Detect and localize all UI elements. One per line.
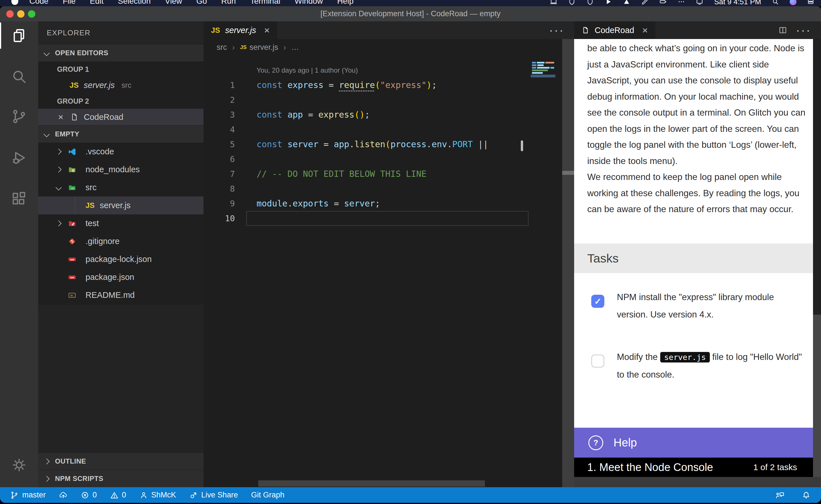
code-line-7[interactable]: 7// -- DO NOT EDIT BELOW THIS LINE	[203, 167, 530, 181]
line-number: 1	[203, 78, 246, 93]
tree-item-readme-md[interactable]: M↓README.md	[38, 286, 203, 304]
activity-item-explorer[interactable]	[0, 21, 38, 50]
statusbar-item-git-graph[interactable]: Git Graph	[251, 491, 285, 499]
statusbar-item-0[interactable]: 0	[81, 491, 97, 499]
menu-item-terminal[interactable]: Terminal	[243, 0, 287, 6]
open-editor-item-coderoad[interactable]: ×CodeRoad	[38, 109, 203, 125]
code-text: // -- DO NOT EDIT BELOW THIS LINE	[257, 169, 426, 179]
menu-item-window[interactable]: Window	[287, 0, 330, 6]
zoom-window-button[interactable]	[28, 10, 35, 18]
split-editor-icon[interactable]	[778, 26, 787, 35]
activity-item-source-control[interactable]	[0, 102, 38, 131]
scrollbar-thumb[interactable]	[562, 171, 574, 175]
lesson-progress-bar[interactable]: 1. Meet the Node Console 1 of 2 tasks	[574, 458, 813, 477]
menubar-clock[interactable]: Sat 9 4:51 PM	[714, 0, 761, 6]
code-token: server	[287, 139, 318, 149]
activity-item-extensions[interactable]	[0, 185, 38, 213]
menu-item-edit[interactable]: Edit	[83, 0, 111, 6]
editor-more-actions-button[interactable]: ···	[549, 21, 574, 39]
panel-divider-scrollbar[interactable]	[562, 39, 574, 487]
tree-item-server-js[interactable]: JSserver.js	[38, 196, 203, 214]
tree-item-src[interactable]: </>src	[38, 179, 203, 196]
file-tree: .vscodeJSnode_modules</>srcJSserver.jste…	[38, 143, 203, 305]
open-editor-item-server-js[interactable]: JSserver.jssrc	[38, 77, 203, 93]
minimap-token	[545, 62, 554, 63]
minimap[interactable]	[530, 39, 556, 466]
tree-item--vscode[interactable]: .vscode	[38, 143, 203, 161]
tree-item-package-lock-json[interactable]: npmpackage-lock.json	[38, 250, 203, 268]
open-editors-header[interactable]: OPEN EDITORS	[38, 44, 203, 62]
code-line-8[interactable]: 8	[203, 181, 530, 196]
statusbar-item-0[interactable]: 0	[110, 491, 126, 499]
code-token: express	[318, 110, 354, 120]
breadcrumb-item-more[interactable]: …	[291, 43, 299, 52]
close-tab-icon[interactable]: ×	[264, 25, 270, 35]
activity-item-search[interactable]	[0, 62, 38, 91]
section-header-outline[interactable]: OUTLINE	[38, 452, 203, 470]
svg-text:npm: npm	[70, 276, 74, 279]
menu-item-run[interactable]: Run	[214, 0, 243, 6]
menu-item-view[interactable]: View	[158, 0, 189, 6]
menu-item-selection[interactable]: Selection	[111, 0, 158, 6]
code-text: module.exports = server;	[257, 198, 380, 208]
breadcrumb-item-src[interactable]: src	[217, 43, 227, 52]
code-line-5[interactable]: 5const server = app.listen(process.env.P…	[203, 137, 530, 152]
close-tab-icon[interactable]: ×	[642, 25, 648, 35]
tree-item--gitignore[interactable]: .gitignore	[38, 232, 203, 250]
more-actions-icon[interactable]: ···	[796, 23, 811, 37]
tree-item-package-json[interactable]: npmpackage.json	[38, 268, 203, 286]
statusbar-item-cloud-upload[interactable]	[59, 491, 68, 499]
code-line-1[interactable]: 1const express = require("express");	[203, 78, 530, 93]
workspace-folder-header[interactable]: EMPTY	[38, 125, 203, 143]
code-line-9[interactable]: 9module.exports = server;	[203, 196, 530, 211]
menu-item-file[interactable]: File	[56, 0, 83, 6]
horizontal-scrollbar-thumb[interactable]	[258, 480, 485, 487]
codelens-annotation[interactable]: You, 20 days ago | 1 author (You)	[257, 66, 358, 74]
traffic-lights	[6, 10, 35, 18]
task-checkbox-checked[interactable]: ✓	[591, 295, 604, 308]
statusbar-item-shmck[interactable]: ShMcK	[139, 491, 176, 499]
close-window-button[interactable]	[6, 10, 14, 18]
code-token: =	[303, 110, 318, 120]
code-line-2[interactable]: 2	[203, 93, 530, 107]
task-checkbox-unchecked[interactable]	[591, 355, 604, 368]
statusbar-item-bell[interactable]	[802, 491, 811, 500]
apple-menu-icon[interactable]	[11, 0, 18, 5]
breadcrumb[interactable]: src›JSserver.js›…	[203, 39, 299, 56]
close-editor-icon[interactable]: ×	[56, 112, 65, 122]
code-token: app	[287, 110, 303, 120]
webview-bottom-strip	[574, 477, 821, 487]
menu-item-code[interactable]: Code	[22, 0, 56, 6]
statusbar-item-master[interactable]: master	[10, 491, 46, 499]
statusbar-item-live-share[interactable]: Live Share	[189, 491, 238, 499]
title-bar[interactable]: [Extension Development Host] - CodeRoad …	[0, 6, 821, 22]
code-line-3[interactable]: 3const app = express();	[203, 107, 530, 122]
webview-scrollbar-thumb[interactable]	[813, 315, 821, 477]
menubar-status-area: Sat 9 4:51 PM	[550, 0, 814, 6]
code-line-6[interactable]: 6	[203, 152, 530, 167]
help-bar[interactable]: ? Help	[574, 428, 813, 458]
breadcrumb-item-server.js[interactable]: JSserver.js	[240, 43, 278, 52]
tab-coderoad[interactable]: CodeRoad ×	[574, 21, 656, 39]
split-icon	[778, 26, 787, 35]
activity-item-manage[interactable]	[0, 451, 38, 479]
menu-item-help[interactable]: Help	[330, 0, 361, 6]
minimap-line	[532, 69, 554, 71]
tree-item-node-modules[interactable]: JSnode_modules	[38, 161, 203, 179]
tree-item-label: package.json	[85, 273, 134, 282]
menu-item-go[interactable]: Go	[189, 0, 214, 6]
tree-item-test[interactable]: test	[38, 214, 203, 232]
editor-scrollbar-thumb[interactable]	[521, 140, 523, 151]
code-editor[interactable]: 1const express = require("express");23co…	[203, 78, 530, 226]
menubar-status-icon-laptop	[550, 0, 557, 5]
webview-scrollbar[interactable]	[813, 39, 821, 477]
statusbar-item-feedback[interactable]	[775, 491, 785, 500]
section-header-npm-scripts[interactable]: NPM SCRIPTS	[38, 470, 203, 487]
activity-item-run-debug[interactable]	[0, 144, 38, 172]
minimize-window-button[interactable]	[17, 10, 24, 18]
code-line-10[interactable]: 10	[203, 211, 530, 226]
open-editor-label: server.js	[84, 81, 115, 90]
tab-server-js[interactable]: JS server.js ×	[203, 21, 277, 39]
code-line-4[interactable]: 4	[203, 122, 530, 137]
js-icon: JS	[240, 44, 247, 50]
